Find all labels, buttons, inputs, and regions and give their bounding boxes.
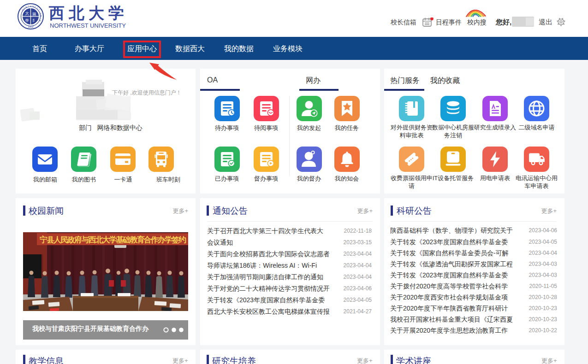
svg-text:圖: 圖: [33, 12, 36, 16]
svg-text:N: N: [40, 15, 42, 17]
svg-text:學: 學: [25, 18, 29, 23]
svg-text:H: H: [30, 5, 31, 7]
svg-text:大: 大: [25, 11, 29, 16]
svg-text:1902: 1902: [28, 25, 33, 28]
svg-text:宁县人民政府与西北大学基础教育合作办学签约: 宁县人民政府与西北大学基础教育合作办学签约: [40, 235, 186, 244]
svg-text:阝: 阝: [33, 18, 36, 23]
